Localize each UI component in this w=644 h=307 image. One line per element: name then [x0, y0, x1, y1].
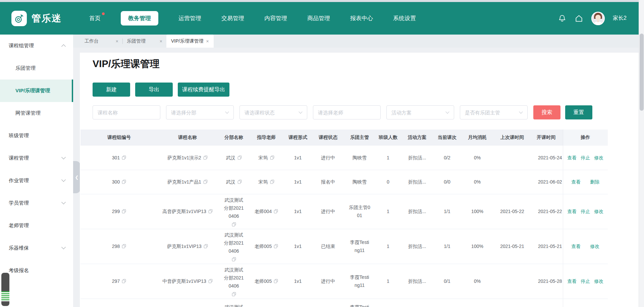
export-button[interactable]: 导出	[135, 83, 173, 97]
user-name[interactable]: 家长2	[613, 15, 627, 22]
row-action-link[interactable]: 查看	[571, 242, 581, 250]
sidebar-item-orchestra[interactable]: 乐团管理	[0, 57, 73, 80]
chevron-down-icon	[61, 245, 66, 249]
nav-item-home[interactable]: 首页	[89, 14, 101, 22]
col-actions: 操作	[563, 130, 608, 146]
avatar[interactable]	[591, 12, 605, 25]
tab-workbench[interactable]: 工作台 ×	[80, 35, 122, 48]
copy-icon[interactable]	[204, 244, 208, 249]
branch-select	[166, 105, 234, 119]
avatar-image	[591, 12, 605, 25]
app-title: 管乐迷	[32, 12, 62, 25]
nav-item-transactions[interactable]: 交易管理	[221, 14, 244, 22]
row-action-link[interactable]: 查看	[571, 178, 581, 185]
home-icon[interactable]	[575, 14, 583, 23]
course-status-input[interactable]	[239, 105, 307, 119]
tab-vip-course[interactable]: VIP/乐理课管理 ×	[166, 35, 214, 48]
search-button[interactable]: 搜索	[533, 105, 560, 119]
sidebar-item-course-mgmt[interactable]: 课程管理	[0, 147, 73, 169]
copy-icon[interactable]	[208, 209, 213, 214]
row-action-link[interactable]: 删除	[590, 178, 599, 185]
sidebar-item-course-group[interactable]: 课程组管理	[0, 35, 73, 57]
sidebar-item-vip-course[interactable]: VIP/乐理课管理	[0, 80, 73, 102]
main-nav: 首页 教务管理 运营管理 交易管理 内容管理 商品管理 报表中心 系统设置	[89, 11, 416, 25]
tab-bar: 工作台 × 乐团管理 × VIP/乐理课管理 ×	[73, 35, 639, 48]
copy-icon[interactable]	[122, 209, 126, 214]
sidebar-item-grade-exam[interactable]: 考级报名	[0, 259, 73, 282]
create-button[interactable]: 新建	[93, 83, 130, 97]
nav-item-reports[interactable]: 报表中心	[350, 14, 373, 22]
copy-icon[interactable]	[232, 222, 236, 227]
sidebar-item-students[interactable]: 学员管理	[0, 192, 73, 214]
course-name-input[interactable]	[93, 105, 160, 119]
copy-icon[interactable]	[274, 244, 278, 249]
copy-icon[interactable]	[270, 155, 274, 160]
col-monthly-usage: 月均消耗	[460, 130, 495, 146]
col-manager: 乐团主管	[343, 130, 376, 146]
teacher-input[interactable]	[313, 105, 381, 119]
close-icon[interactable]: ×	[160, 39, 162, 44]
copy-icon[interactable]	[274, 209, 278, 214]
close-icon[interactable]: ×	[206, 39, 209, 44]
sidebar-item-teachers[interactable]: 老师管理	[0, 214, 73, 237]
nav-item-settings[interactable]: 系统设置	[393, 14, 416, 22]
row-action-link[interactable]: 修改	[590, 242, 599, 250]
activity-plan-input[interactable]	[386, 105, 454, 119]
close-icon[interactable]: ×	[116, 39, 118, 44]
main-content: VIP/乐理课管理 新建 导出 课程续费提醒导出	[80, 53, 639, 307]
chevron-down-icon	[61, 155, 66, 159]
top-navbar: 管乐迷 首页 教务管理 运营管理 交易管理 内容管理 商品管理 报表中心 系统设…	[0, 2, 644, 35]
copy-icon[interactable]	[274, 279, 278, 284]
has-manager-input[interactable]	[460, 105, 528, 119]
col-branch: 分部名称	[217, 130, 250, 146]
sidebar-item-instrument[interactable]: 乐器维保	[0, 237, 73, 259]
nav-item-content[interactable]: 内容管理	[264, 14, 287, 22]
sidebar-item-online-course[interactable]: 网管课管理	[0, 102, 73, 124]
bell-icon[interactable]	[558, 14, 567, 23]
branch-select-input[interactable]	[166, 105, 234, 119]
copy-icon[interactable]	[232, 292, 236, 297]
row-action-link[interactable]: 停止	[581, 154, 590, 161]
col-class-size: 班级人数	[376, 130, 400, 146]
row-action-link[interactable]: 停止	[581, 207, 590, 215]
left-scrollbar-artifact[interactable]	[1, 273, 9, 306]
copy-icon[interactable]	[270, 180, 274, 184]
col-form: 课程形式	[282, 130, 313, 146]
tab-orchestra[interactable]: 乐团管理 ×	[123, 35, 166, 48]
row-action-link[interactable]: 修改	[594, 207, 603, 215]
nav-item-academic[interactable]: 教务管理	[121, 11, 158, 25]
chevron-up-icon	[61, 44, 66, 49]
copy-icon[interactable]	[203, 155, 208, 160]
sidebar-item-homework[interactable]: 作业管理	[0, 169, 73, 192]
copy-icon[interactable]	[232, 257, 236, 262]
copy-icon[interactable]	[237, 180, 242, 184]
copy-icon[interactable]	[237, 155, 242, 160]
copy-icon[interactable]	[122, 180, 126, 184]
reset-button[interactable]: 重置	[565, 105, 592, 119]
row-action-link[interactable]: 停止	[581, 277, 590, 285]
copy-icon[interactable]	[122, 244, 126, 249]
activity-plan-select	[386, 105, 454, 119]
course-name-field	[93, 105, 160, 119]
copy-icon[interactable]	[122, 279, 126, 284]
renewal-export-button[interactable]: 课程续费提醒导出	[178, 83, 229, 97]
sidebar-collapse-handle[interactable]: ❮	[73, 161, 80, 193]
copy-icon[interactable]	[208, 279, 213, 284]
row-action-link[interactable]: 修改	[594, 154, 603, 161]
scrollbar-thumb[interactable]	[640, 34, 644, 111]
row-action-link[interactable]: 修改	[594, 277, 603, 285]
table-row: 301萨克斯1v1演示2武汉宋筠1v1进行中陶映雪1折扣活...0/20%202…	[80, 146, 608, 170]
nav-item-operations[interactable]: 运营管理	[178, 14, 201, 22]
row-action-link[interactable]: 查看	[567, 277, 577, 285]
nav-item-products[interactable]: 商品管理	[307, 14, 330, 22]
copy-icon[interactable]	[122, 155, 126, 160]
copy-icon[interactable]	[203, 180, 208, 184]
screen: 管乐迷 首页 教务管理 运营管理 交易管理 内容管理 商品管理 报表中心 系统设…	[0, 0, 644, 307]
sidebar-item-class[interactable]: 班级管理	[0, 124, 73, 147]
col-current-lesson: 当前课次	[434, 130, 460, 146]
page-scrollbar[interactable]	[639, 0, 644, 307]
filter-bar: 搜索 重置	[93, 105, 592, 119]
row-action-link[interactable]: 查看	[567, 207, 577, 215]
col-course-name: 课程名称	[158, 130, 217, 146]
row-action-link[interactable]: 查看	[567, 154, 577, 161]
